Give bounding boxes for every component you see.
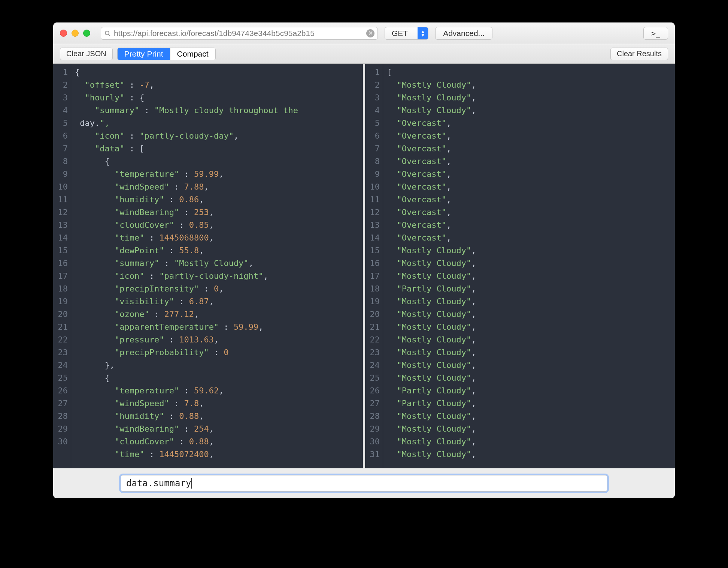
url-text: https://api.forecast.io/forecast/1db9474…	[114, 29, 364, 38]
http-method-select[interactable]: GET ▲▼	[385, 27, 428, 40]
search-icon	[104, 30, 111, 37]
query-bar: data.summary	[53, 468, 675, 498]
query-text: data.summary	[126, 478, 191, 489]
zoom-window-button[interactable]	[83, 30, 90, 37]
right-pane[interactable]: 1 2 3 4 5 6 7 8 9 10 11 12 13 14 15 16 1…	[363, 64, 675, 468]
pretty-print-tab[interactable]: Pretty Print	[118, 48, 170, 60]
url-field[interactable]: https://api.forecast.io/forecast/1db9474…	[101, 27, 378, 40]
compact-tab[interactable]: Compact	[170, 48, 215, 60]
advanced-button[interactable]: Advanced...	[435, 27, 492, 40]
right-gutter: 1 2 3 4 5 6 7 8 9 10 11 12 13 14 15 16 1…	[365, 64, 383, 468]
traffic-lights	[60, 30, 90, 37]
http-method-value: GET	[385, 27, 418, 39]
left-pane[interactable]: 1 2 3 4 5 6 7 8 9 10 11 12 13 14 15 16 1…	[53, 64, 363, 468]
left-gutter: 1 2 3 4 5 6 7 8 9 10 11 12 13 14 15 16 1…	[53, 64, 71, 468]
select-arrows-icon: ▲▼	[418, 27, 428, 39]
right-code: [ "Mostly Cloudy", "Mostly Cloudy", "Mos…	[383, 64, 675, 461]
clear-results-button[interactable]: Clear Results	[610, 48, 668, 60]
format-toolbar: Clear JSON Pretty Print Compact Clear Re…	[53, 44, 675, 64]
left-code: { "offset" : -7, "hourly" : { "summary" …	[71, 64, 363, 461]
minimize-window-button[interactable]	[72, 30, 79, 37]
titlebar: https://api.forecast.io/forecast/1db9474…	[53, 22, 675, 44]
clear-url-icon[interactable]: ✕	[366, 29, 374, 37]
svg-point-0	[105, 31, 109, 35]
clear-json-button[interactable]: Clear JSON	[60, 48, 113, 60]
query-input[interactable]: data.summary	[121, 475, 607, 492]
text-cursor	[191, 478, 192, 489]
app-window: https://api.forecast.io/forecast/1db9474…	[53, 22, 675, 498]
format-segmented-control: Pretty Print Compact	[117, 48, 216, 60]
code-panes: 1 2 3 4 5 6 7 8 9 10 11 12 13 14 15 16 1…	[53, 64, 675, 468]
close-window-button[interactable]	[60, 30, 67, 37]
svg-line-1	[109, 34, 110, 36]
console-button[interactable]: >_	[643, 27, 668, 40]
